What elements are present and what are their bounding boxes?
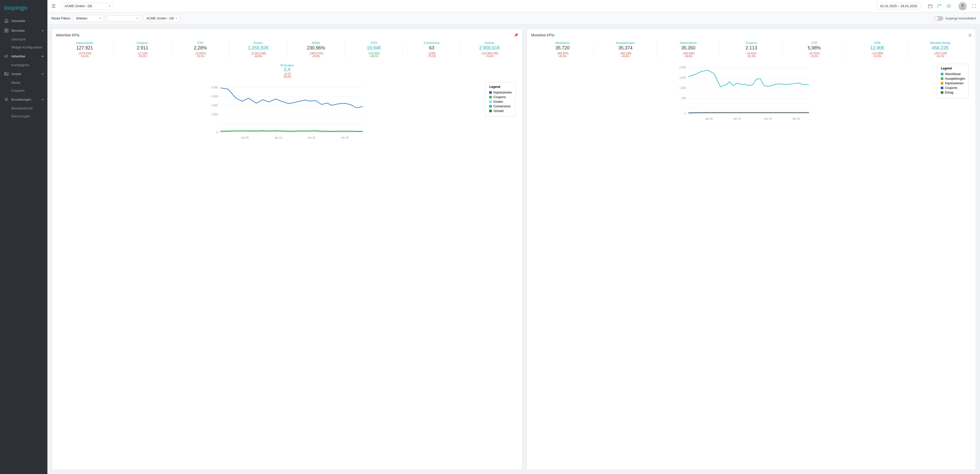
svg-text:6,000: 6,000 <box>212 95 218 98</box>
sidebar-item-rechnungen[interactable]: Rechnungen <box>0 112 48 120</box>
date-range-selector[interactable]: 01.01.2025 – 26.01.2025 <box>877 3 921 10</box>
cpm-label: CPM <box>848 41 907 45</box>
coupons-adv-label: Coupons <box>116 41 169 45</box>
metric-cpm: CPM 12,90€ ↓(14.906) -13,5% <box>846 41 909 58</box>
svg-text:Jan 05: Jan 05 <box>241 136 248 139</box>
filter-dropdown-3[interactable]: ACME GmbH - DE ▾ <box>143 15 180 22</box>
advertise-chart-legend: Legend Impressionen Coupons Kosten <box>485 82 515 116</box>
reset-filters-button[interactable]: Reset Filters <box>51 16 70 20</box>
position-label: Ø Position <box>56 64 518 67</box>
menu-icon[interactable]: ☰ <box>51 3 56 9</box>
svg-text:1,500: 1,500 <box>679 76 686 79</box>
sidebar-item-einstellungen[interactable]: Einstellungen ▾ <box>0 95 48 104</box>
table-icon[interactable]: ⊞ <box>969 33 972 37</box>
conversions-value: 63 <box>405 45 458 51</box>
ertrag-change: ↓(972.22€) <box>911 52 969 55</box>
metric-conversions: Conversions 63 ↓(235) -73,2% <box>403 41 461 58</box>
cpo-value: 19,94€ <box>347 45 401 51</box>
metric-abschlusse: Abschlüsse 35.720 ↓(65.876) -45,8% <box>531 41 594 58</box>
company-dropdown[interactable]: ACME GmbH - DE ▾ <box>62 3 113 10</box>
sidebar-sub-label-benutzerkonto: Benutzerkonto <box>11 107 33 110</box>
legend-label-impressionen: Impressionen <box>493 91 512 94</box>
calendar-icon[interactable] <box>927 3 934 10</box>
ctr-mon-value: 5,98% <box>785 45 844 51</box>
sidebar-item-benutzerkonto[interactable]: Benutzerkonto <box>0 104 48 112</box>
sidebar-item-monetise[interactable]: Monetise ▾ <box>0 25 48 35</box>
legend-dot-coupons <box>489 96 492 99</box>
svg-point-5 <box>5 73 6 74</box>
toggle-switch[interactable] <box>934 16 943 21</box>
svg-text:Jan 26: Jan 26 <box>341 136 348 139</box>
svg-rect-7 <box>929 5 932 8</box>
gear-icon <box>4 97 9 102</box>
ausspielungen-change: ↓(65.238) <box>596 52 655 55</box>
ertrag-label: Monetise Ertrag <box>911 41 969 45</box>
svg-text:Jan 19: Jan 19 <box>764 117 772 120</box>
svg-text:0: 0 <box>216 131 218 134</box>
sidebar-item-widget-konfiguration[interactable]: Widget Konfiguration <box>0 43 48 51</box>
svg-text:Jan 05: Jan 05 <box>705 117 713 120</box>
cpo-label: CPO <box>347 41 401 45</box>
filter-dropdown-2[interactable]: ▾ <box>107 15 140 21</box>
coupons-mon-label: Coupons <box>722 41 781 45</box>
metric-coupons-mon: Coupons 2.113 ↓(4.431) -52,3% <box>720 41 783 58</box>
legend-label-impressionen-mon: Impressionen <box>945 81 963 85</box>
chevron-icon-advertise: ▾ <box>42 55 43 58</box>
ausspielungen-pct: -45,8% <box>596 55 655 58</box>
pin-icon[interactable]: 📌 <box>514 33 518 37</box>
sidebar-item-media[interactable]: Media <box>0 79 48 87</box>
ctr-mon-label: CTR <box>785 41 844 45</box>
expand-icon[interactable]: ⛶ <box>972 4 976 8</box>
metric-kosten: Kosten 1.255,92€ ↓(3.201,59€) -60,8% <box>229 41 287 58</box>
metric-impressionen-mon: Impressionen 35.350 ↓(65.208) -45,8% <box>657 41 720 58</box>
grid-icon <box>4 28 9 33</box>
ctr-mon-change: ↓(6,79%) <box>785 52 844 55</box>
sidebar-item-kampagnen[interactable]: Kampagnen <box>0 61 48 69</box>
legend-item-umsatz: Umsatz <box>489 109 512 113</box>
sidebar-item-uebersicht[interactable]: Übersicht <box>0 35 48 43</box>
abschlusse-pct: -45,8% <box>533 55 592 58</box>
sidebar-item-coupons[interactable]: Coupons <box>0 87 48 95</box>
metric-ctr-mon: CTR 5,98% ↓(6,79%) -12,0% <box>783 41 846 58</box>
clock-icon[interactable] <box>945 3 952 10</box>
advertise-chart-area: 8,000 6,000 4,000 2,000 0 Jan 05 Jan 12 … <box>56 82 518 144</box>
sidebar-item-assets[interactable]: Assets ▾ <box>0 69 48 79</box>
advertise-card-title: Advertise KPIs <box>56 33 80 37</box>
ctr-adv-pct: -12,4% <box>173 55 227 58</box>
filter-dropdown-1-value: Wählen <box>76 16 88 20</box>
sidebar-sub-label-uebersicht: Übersicht <box>11 37 25 41</box>
umsatz-label: Umsatz <box>463 41 516 45</box>
chevron-icon-monetise: ▾ <box>42 29 43 32</box>
company-dropdown-value: ACME GmbH - DE <box>65 4 92 8</box>
coupons-mon-value: 2.113 <box>722 45 781 51</box>
monetise-metrics-row: Abschlüsse 35.720 ↓(65.876) -45,8% Aussp… <box>531 41 972 58</box>
umsatz-pct: -76,4% <box>463 55 516 58</box>
svg-text:0: 0 <box>684 112 686 115</box>
abschlusse-change: ↓(65.876) <box>533 52 592 55</box>
monetise-card-header: Monetise KPIs ⊞ <box>531 33 972 37</box>
topbar-action-icons <box>927 3 952 10</box>
legend-dot-impressionen-mon <box>941 82 943 84</box>
advertise-kpi-card: Advertise KPIs 📌 Impressionen 127.921 ↓(… <box>51 29 523 470</box>
monetise-chart: 2,000 1,500 1,000 500 0 Jan 05 Jan 12 Ja… <box>531 64 972 125</box>
monetise-legend-title: Legend <box>941 67 965 70</box>
image-icon <box>4 72 9 76</box>
sidebar-item-advertise[interactable]: Advertise ▾ <box>0 51 48 61</box>
sidebar-sub-label-coupons: Coupons <box>11 89 25 92</box>
monetise-card-title: Monetise KPIs <box>531 33 554 37</box>
coupons-adv-pct: -59,2% <box>116 55 169 58</box>
impressionen-value: 127.921 <box>58 45 111 51</box>
refresh-icon[interactable] <box>936 3 943 10</box>
legend-item-conversions: Conversions <box>489 105 512 108</box>
legend-dot-conversions <box>489 105 492 108</box>
sidebar-nav: Startseite Monetise ▾ Übersicht Widget K… <box>0 16 48 474</box>
ctr-adv-value: 2,28% <box>173 45 227 51</box>
date-range-value: 01.01.2025 – 26.01.2025 <box>880 4 917 8</box>
sidebar-item-label-assets: Assets <box>11 72 21 76</box>
sidebar-item-startseite[interactable]: Startseite <box>0 16 48 25</box>
user-avatar[interactable] <box>958 2 967 10</box>
toggle-konsolidiert[interactable]: loopingo konsolidiert <box>934 16 976 21</box>
logo-text: loopingo <box>4 5 27 11</box>
topbar: ☰ ACME GmbH - DE ▾ 01.01.2025 – 26.01.20… <box>48 0 980 12</box>
filter-dropdown-1[interactable]: Wählen ▾ <box>73 15 104 22</box>
